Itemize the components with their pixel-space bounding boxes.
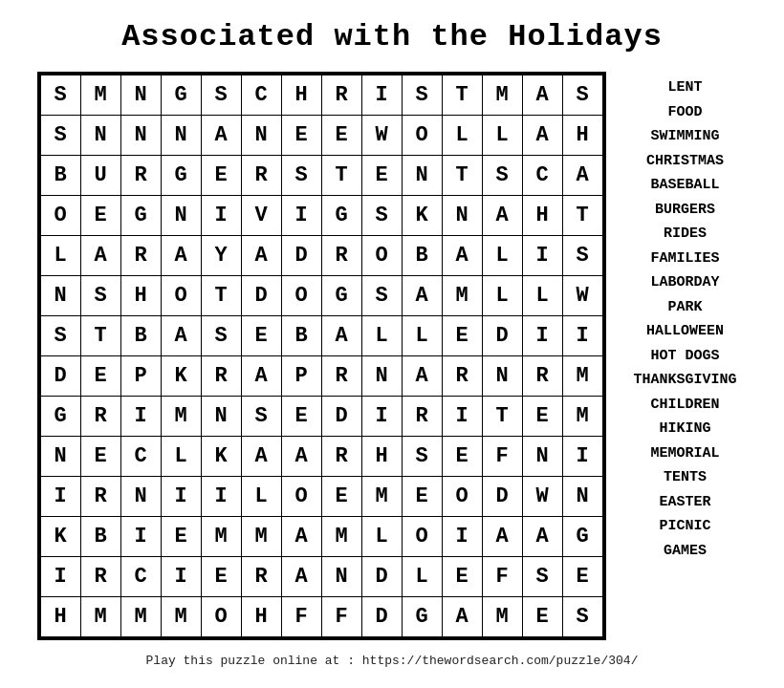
grid-cell-5-4: T [201, 276, 241, 316]
grid-cell-12-1: R [80, 557, 120, 597]
grid-cell-2-4: E [201, 156, 241, 196]
grid-cell-3-1: E [80, 196, 120, 236]
grid-cell-13-10: A [442, 597, 482, 637]
grid-cell-3-0: O [40, 196, 80, 236]
grid-cell-10-4: I [201, 477, 241, 517]
grid-cell-11-9: O [402, 517, 442, 557]
grid-cell-0-12: A [522, 75, 562, 116]
grid-cell-9-11: F [482, 437, 522, 477]
grid-cell-10-13: N [562, 477, 602, 517]
grid-cell-10-3: I [161, 477, 201, 517]
word-list-item: LABORDAY [650, 270, 719, 295]
word-list-item: BURGERS [655, 198, 715, 223]
grid-cell-6-4: S [201, 316, 241, 356]
grid-cell-13-13: S [562, 597, 602, 637]
word-list-item: CHRISTMAS [646, 149, 724, 174]
grid-cell-5-7: G [321, 276, 361, 316]
grid-cell-12-6: A [281, 557, 321, 597]
grid-cell-5-1: S [80, 276, 120, 316]
grid-cell-8-1: R [80, 397, 120, 437]
grid-cell-1-1: N [80, 116, 120, 156]
grid-cell-1-6: E [281, 116, 321, 156]
grid-cell-4-7: R [321, 236, 361, 276]
grid-cell-6-9: L [402, 316, 442, 356]
grid-cell-7-10: R [442, 356, 482, 397]
grid-cell-12-2: C [120, 557, 161, 597]
grid-cell-7-3: K [161, 356, 201, 397]
grid-cell-9-7: R [321, 437, 361, 477]
grid-cell-2-9: N [402, 156, 442, 196]
grid-cell-3-13: T [562, 196, 602, 236]
grid-cell-10-12: W [522, 477, 562, 517]
grid-cell-9-0: N [40, 437, 80, 477]
grid-cell-12-13: E [562, 557, 602, 597]
grid-cell-12-10: E [442, 557, 482, 597]
grid-cell-11-7: M [321, 517, 361, 557]
grid-cell-2-5: R [241, 156, 281, 196]
grid-cell-13-0: H [40, 597, 80, 637]
grid-cell-13-9: G [402, 597, 442, 637]
main-area: SMNGSCHRISTMASSNNNANEEWOLLAHBURGERSTENTS… [37, 72, 748, 640]
grid-cell-4-3: A [161, 236, 201, 276]
grid-cell-12-0: I [40, 557, 80, 597]
grid-cell-11-4: M [201, 517, 241, 557]
grid-cell-8-9: R [402, 397, 442, 437]
grid-cell-1-8: W [361, 116, 402, 156]
grid-cell-13-7: F [321, 597, 361, 637]
grid-cell-2-1: U [80, 156, 120, 196]
grid-cell-9-2: C [120, 437, 161, 477]
grid-cell-10-7: E [321, 477, 361, 517]
grid-cell-6-1: T [80, 316, 120, 356]
grid-cell-8-0: G [40, 397, 80, 437]
grid-cell-0-10: T [442, 75, 482, 116]
grid-cell-5-12: L [522, 276, 562, 316]
word-list-item: PICNIC [659, 514, 710, 539]
word-list-item: EASTER [659, 490, 710, 515]
grid-cell-12-12: S [522, 557, 562, 597]
grid-cell-13-8: D [361, 597, 402, 637]
grid-cell-0-9: S [402, 75, 442, 116]
grid-cell-3-4: I [201, 196, 241, 236]
word-search-grid: SMNGSCHRISTMASSNNNANEEWOLLAHBURGERSTENTS… [37, 72, 606, 640]
grid-cell-10-5: L [241, 477, 281, 517]
grid-cell-6-2: B [120, 316, 161, 356]
grid-cell-6-13: I [562, 316, 602, 356]
grid-cell-13-2: M [120, 597, 161, 637]
grid-cell-13-11: M [482, 597, 522, 637]
word-list-item: FOOD [667, 100, 702, 125]
grid-cell-5-0: N [40, 276, 80, 316]
grid-cell-0-4: S [201, 75, 241, 116]
word-list-item: LENT [667, 75, 702, 100]
word-list-item: PARK [667, 295, 702, 320]
grid-cell-12-8: D [361, 557, 402, 597]
grid-cell-5-5: D [241, 276, 281, 316]
word-list-item: SWIMMING [650, 124, 719, 149]
grid-cell-0-2: N [120, 75, 161, 116]
grid-cell-4-1: A [80, 236, 120, 276]
grid-cell-13-4: O [201, 597, 241, 637]
grid-cell-8-4: N [201, 397, 241, 437]
grid-cell-6-3: A [161, 316, 201, 356]
grid-cell-7-11: N [482, 356, 522, 397]
word-list-item: CHILDREN [650, 393, 719, 418]
grid-cell-6-0: S [40, 316, 80, 356]
grid-cell-8-13: M [562, 397, 602, 437]
grid-cell-0-8: I [361, 75, 402, 116]
grid-cell-5-6: O [281, 276, 321, 316]
grid-cell-2-8: E [361, 156, 402, 196]
grid-cell-9-12: N [522, 437, 562, 477]
grid-cell-2-13: A [562, 156, 602, 196]
grid-cell-11-6: A [281, 517, 321, 557]
grid-cell-3-10: N [442, 196, 482, 236]
grid-cell-11-13: G [562, 517, 602, 557]
grid-cell-13-12: E [522, 597, 562, 637]
word-list-item: TENTS [664, 465, 707, 490]
grid-cell-11-5: M [241, 517, 281, 557]
grid-cell-3-3: N [161, 196, 201, 236]
grid-cell-7-9: A [402, 356, 442, 397]
footer: Play this puzzle online at : https://the… [146, 654, 639, 668]
word-list-item: HOT DOGS [650, 344, 719, 369]
grid-cell-11-1: B [80, 517, 120, 557]
grid-cell-9-10: E [442, 437, 482, 477]
grid-cell-9-4: K [201, 437, 241, 477]
